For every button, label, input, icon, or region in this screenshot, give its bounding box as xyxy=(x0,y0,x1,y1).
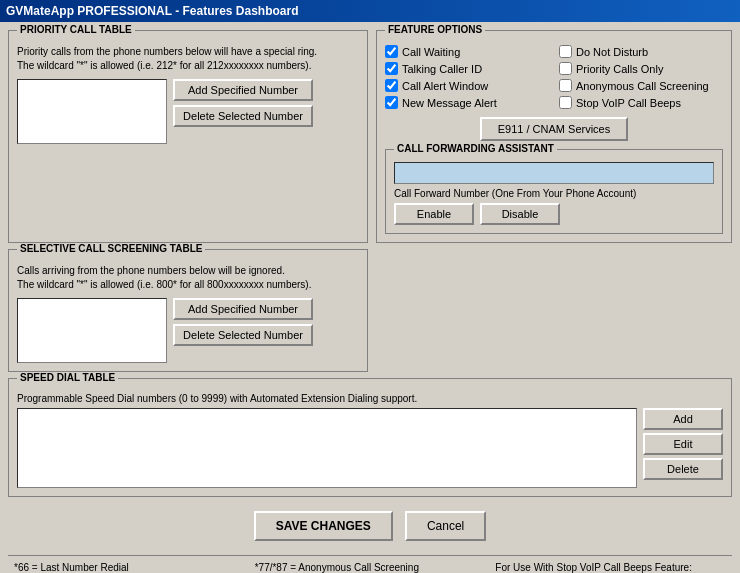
save-changes-button[interactable]: SAVE CHANGES xyxy=(254,511,393,541)
speed-dial-add-button[interactable]: Add xyxy=(643,408,723,430)
checkbox-do-not-disturb[interactable]: Do Not Disturb xyxy=(559,45,723,58)
cancel-button[interactable]: Cancel xyxy=(405,511,486,541)
checkboxes-grid: Call Waiting Do Not Disturb Talking Call… xyxy=(385,45,723,109)
speed-dial-edit-button[interactable]: Edit xyxy=(643,433,723,455)
title-bar: GVMateApp PROFESSIONAL - Features Dashbo… xyxy=(0,0,740,22)
priority-add-button[interactable]: Add Specified Number xyxy=(173,79,313,101)
app-title: GVMateApp PROFESSIONAL - Features Dashbo… xyxy=(6,4,299,18)
cf-disable-button[interactable]: Disable xyxy=(480,203,560,225)
priority-call-table-label: PRIORITY CALL TABLE xyxy=(17,24,135,35)
feature-options-label: FEATURE OPTIONS xyxy=(385,24,485,35)
shortcuts-section: *66 = Last Number Redial *69 = Call Retu… xyxy=(8,555,732,573)
shortcuts-col1: *66 = Last Number Redial *69 = Call Retu… xyxy=(14,560,245,573)
checkbox-stop-voip-call-beeps[interactable]: Stop VoIP Call Beeps xyxy=(559,96,723,109)
checkbox-new-message-alert[interactable]: New Message Alert xyxy=(385,96,549,109)
priority-call-table-group: PRIORITY CALL TABLE Priority calls from … xyxy=(8,30,368,243)
selective-screening-group: SELECTIVE CALL SCREENING TABLE Calls arr… xyxy=(8,249,368,372)
shortcuts-col2: *77/*87 = Anonymous Call Screening *78/*… xyxy=(255,560,486,573)
priority-call-desc: Priority calls from the phone numbers be… xyxy=(17,45,359,73)
checkbox-priority-calls-only[interactable]: Priority Calls Only xyxy=(559,62,723,75)
selective-screening-list[interactable] xyxy=(17,298,167,363)
speed-dial-desc: Programmable Speed Dial numbers (0 to 99… xyxy=(17,393,723,404)
screening-add-button[interactable]: Add Specified Number xyxy=(173,298,313,320)
checkbox-anonymous-call-screening[interactable]: Anonymous Call Screening xyxy=(559,79,723,92)
checkbox-call-waiting[interactable]: Call Waiting xyxy=(385,45,549,58)
selective-screening-desc: Calls arriving from the phone numbers be… xyxy=(17,264,359,292)
screening-delete-button[interactable]: Delete Selected Number xyxy=(173,324,313,346)
checkbox-call-alert-window[interactable]: Call Alert Window xyxy=(385,79,549,92)
speed-dial-group: SPEED DIAL TABLE Programmable Speed Dial… xyxy=(8,378,732,497)
shortcuts-col3: For Use With Stop VoIP Call Beeps Featur… xyxy=(495,560,726,573)
priority-call-list[interactable] xyxy=(17,79,167,144)
selective-screening-label: SELECTIVE CALL SCREENING TABLE xyxy=(17,243,205,254)
feature-options-group: FEATURE OPTIONS Call Waiting Do Not Dist… xyxy=(376,30,732,243)
save-cancel-row: SAVE CHANGES Cancel xyxy=(8,511,732,541)
call-forwarding-group: CALL FORWARDING ASSISTANT Call Forward N… xyxy=(385,149,723,234)
checkbox-talking-caller-id[interactable]: Talking Caller ID xyxy=(385,62,549,75)
speed-dial-label: SPEED DIAL TABLE xyxy=(17,372,118,383)
priority-delete-button[interactable]: Delete Selected Number xyxy=(173,105,313,127)
call-forward-input[interactable] xyxy=(394,162,714,184)
speed-dial-delete-button[interactable]: Delete xyxy=(643,458,723,480)
cf-description: Call Forward Number (One From Your Phone… xyxy=(394,188,714,199)
e911-button[interactable]: E911 / CNAM Services xyxy=(480,117,628,141)
cf-enable-button[interactable]: Enable xyxy=(394,203,474,225)
speed-dial-textarea[interactable] xyxy=(17,408,637,488)
call-forwarding-label: CALL FORWARDING ASSISTANT xyxy=(394,143,557,154)
